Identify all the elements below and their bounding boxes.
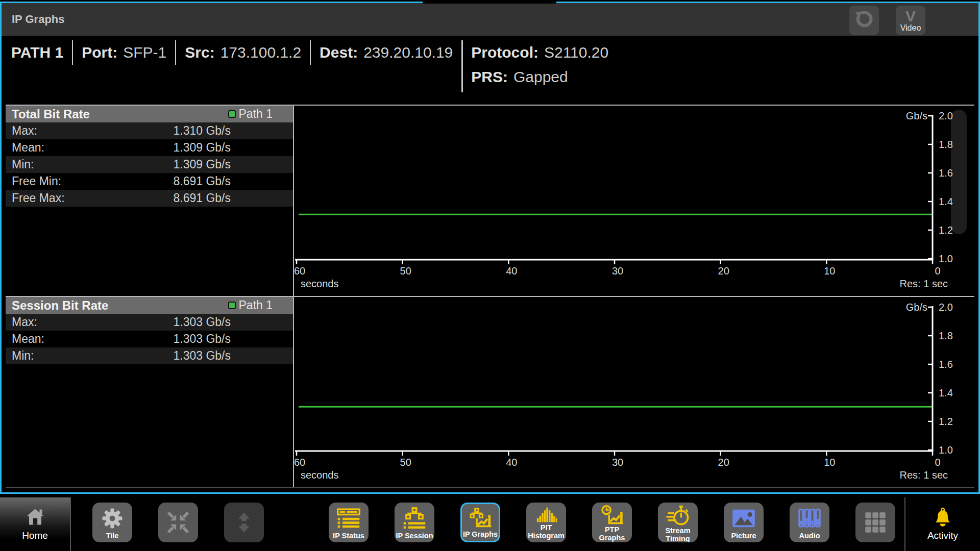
stream-timing-icon (666, 503, 690, 527)
stat-value: 1.309 Gb/s (173, 141, 293, 155)
stats-header: Total Bit Rate Path 1 (6, 106, 293, 122)
svg-text:1.4: 1.4 (939, 387, 953, 398)
chart-scrollbar-thumb[interactable] (951, 110, 967, 234)
svg-text:1.8: 1.8 (939, 139, 953, 150)
stat-row: Free Min:8.691 Gb/s (6, 173, 293, 190)
stat-value: 1.310 Gb/s (173, 124, 293, 138)
activity-label: Activity (927, 530, 958, 541)
stat-value: 1.309 Gb/s (173, 158, 293, 171)
svg-text:1.8: 1.8 (939, 330, 953, 341)
toolbar-button-stream-timing[interactable]: Stream Timing (658, 503, 698, 542)
toolbar-button-tile[interactable]: Tile (92, 503, 132, 542)
toolbar-button-app-grid[interactable] (855, 503, 895, 542)
toolbar-button-label: PIT Histogram (526, 524, 566, 542)
total-bit-rate-chart: 60504030201002.01.81.61.41.21.0Gb/ssecon… (294, 106, 974, 296)
toolbar-button-pit-histogram[interactable]: PIT Histogram (526, 503, 566, 542)
stat-row: Min:1.309 Gb/s (6, 156, 293, 173)
top-border-notch (423, 0, 556, 4)
video-label: Video (900, 23, 921, 33)
home-label: Home (22, 530, 48, 541)
svg-text:50: 50 (400, 265, 411, 277)
stat-label: Min: (12, 158, 34, 171)
toolbar-button-ip-status[interactable]: IP Status (329, 503, 369, 542)
total-bit-rate-stats: Total Bit Rate Path 1 Max:1.310 Gb/sMean… (6, 106, 294, 296)
svg-text:1.4: 1.4 (939, 196, 953, 207)
toolbar-button-ptp-graphs[interactable]: PTP Graphs (592, 503, 632, 542)
video-glyph: V (905, 9, 916, 23)
svg-text:10: 10 (824, 457, 835, 468)
path-info-left: PATH 1 Port: SFP-1 Src: 173.100.1.2 Dest… (9, 40, 461, 65)
toolbar-button-label: IP Graphs (462, 531, 499, 541)
session-bit-rate-stats: Session Bit Rate Path 1 Max:1.303 Gb/sMe… (6, 297, 294, 487)
session-bit-rate-chart: 60504030201002.01.81.61.41.21.0Gb/ssecon… (294, 297, 974, 487)
graphs-content: Total Bit Rate Path 1 Max:1.310 Gb/sMean… (2, 105, 978, 488)
titlebar-buttons: V Video (849, 6, 925, 35)
stat-value: 1.303 Gb/s (173, 349, 293, 363)
svg-text:0: 0 (935, 265, 940, 277)
src-value: 173.100.1.2 (220, 44, 301, 61)
svg-text:40: 40 (506, 265, 517, 277)
home-button[interactable]: Home (0, 497, 71, 551)
svg-text:0: 0 (935, 457, 940, 468)
video-button[interactable]: V Video (896, 6, 925, 35)
stat-value: 1.303 Gb/s (173, 315, 293, 329)
svg-text:20: 20 (718, 457, 729, 468)
src-label: Src: (185, 44, 214, 61)
ptp-graphs-icon (600, 503, 624, 526)
prs-value: Gapped (513, 68, 568, 86)
ip-session-icon (403, 503, 426, 532)
session-bit-rate-panel: Session Bit Rate Path 1 Max:1.303 Gb/sMe… (6, 296, 974, 488)
svg-text:1.2: 1.2 (939, 416, 953, 427)
toolbar-button-label: Stream Timing (658, 527, 698, 542)
reset-icon (854, 10, 874, 31)
stat-rows: Max:1.303 Gb/sMean:1.303 Gb/sMin:1.303 G… (6, 314, 293, 364)
page-title: IP Graphs (12, 3, 65, 36)
dest-label: Dest: (320, 44, 358, 61)
stat-label: Free Max: (12, 191, 65, 205)
ip-graphs-window: IP Graphs V Video PATH 1 Port: (0, 2, 980, 494)
toolbar-button-collapse[interactable] (158, 503, 198, 542)
svg-text:1.0: 1.0 (939, 253, 953, 264)
svg-text:1.2: 1.2 (939, 224, 953, 236)
port-field: Port: SFP-1 (73, 40, 176, 65)
toolbar-button-resize-vertical[interactable] (224, 503, 264, 542)
bell-icon (933, 508, 953, 529)
stats-header: Session Bit Rate Path 1 (6, 297, 293, 314)
path-name: PATH 1 (11, 44, 63, 61)
protocol-block: Protocol: S2110.20 PRS: Gapped (461, 40, 608, 92)
toolbar-button-picture[interactable]: Picture (724, 503, 764, 542)
path-badge-label: Path 1 (239, 298, 273, 312)
toolbar-button-ip-graphs[interactable]: IP Graphs (460, 503, 500, 542)
toolbar-button-label: IP Status (329, 532, 369, 543)
stat-value: 1.303 Gb/s (173, 332, 293, 346)
toolbar-button-ip-session[interactable]: IP Session (395, 503, 434, 542)
panel-title: Session Bit Rate (12, 298, 108, 313)
dest-value: 239.20.10.19 (363, 44, 453, 61)
svg-text:seconds: seconds (301, 469, 339, 481)
svg-text:Gb/s: Gb/s (906, 110, 927, 121)
chart-canvas: 60504030201002.01.81.61.41.21.0Gb/ssecon… (294, 106, 974, 296)
collapse-arrows-icon (166, 503, 190, 542)
stat-rows: Max:1.310 Gb/sMean:1.309 Gb/sMin:1.309 G… (6, 122, 293, 207)
path-status-indicator (228, 302, 236, 309)
stat-label: Min: (12, 349, 34, 363)
grid-icon (863, 503, 888, 542)
svg-text:2.0: 2.0 (939, 110, 953, 121)
port-label: Port: (82, 44, 117, 61)
stat-label: Free Min: (12, 174, 61, 188)
audio-icon (798, 503, 821, 532)
svg-text:1.0: 1.0 (939, 444, 953, 456)
stat-row: Max:1.303 Gb/s (6, 314, 293, 331)
stat-label: Mean: (12, 332, 44, 346)
path-badge-label: Path 1 (239, 107, 273, 121)
svg-text:Res: 1 sec: Res: 1 sec (900, 278, 948, 289)
svg-text:2.0: 2.0 (939, 302, 953, 313)
activity-button[interactable]: Activity (904, 497, 980, 551)
stat-value: 8.691 Gb/s (173, 191, 293, 205)
reset-button[interactable] (849, 6, 879, 35)
total-bit-rate-panel: Total Bit Rate Path 1 Max:1.310 Gb/sMean… (6, 105, 974, 296)
protocol-label: Protocol: (471, 44, 538, 61)
bottom-toolbar: Home (0, 497, 980, 551)
toolbar-button-audio[interactable]: Audio (790, 503, 829, 542)
panel-title: Total Bit Rate (12, 107, 90, 121)
